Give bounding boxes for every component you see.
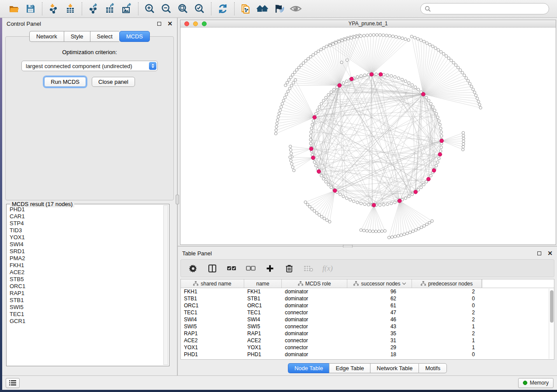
tab-style[interactable]: Style [64, 31, 90, 42]
ring-node[interactable] [439, 123, 441, 126]
leaf-node[interactable] [312, 54, 315, 56]
leaf-node[interactable] [311, 207, 313, 210]
hub-node[interactable] [309, 147, 313, 151]
leaf-node[interactable] [379, 34, 381, 36]
leaf-node[interactable] [325, 45, 328, 48]
ring-node[interactable] [429, 174, 432, 177]
hub-node[interactable] [317, 169, 321, 173]
hub-node[interactable] [313, 115, 317, 119]
leaf-node[interactable] [363, 34, 365, 37]
show-all-button[interactable] [289, 2, 303, 16]
hub-node[interactable] [372, 203, 376, 207]
leaf-node[interactable] [315, 212, 318, 214]
hub-node[interactable] [398, 199, 402, 203]
ring-node[interactable] [349, 199, 351, 201]
leaf-node[interactable] [407, 39, 410, 41]
hub-node[interactable] [440, 139, 444, 143]
leaf-node[interactable] [398, 36, 401, 39]
leaf-node[interactable] [356, 35, 359, 38]
hub-node[interactable] [338, 83, 342, 87]
leaf-node[interactable] [366, 34, 368, 37]
leaf-node[interactable] [329, 44, 332, 47]
leaf-node[interactable] [462, 134, 465, 137]
ring-node[interactable] [363, 74, 366, 76]
leaf-node[interactable] [381, 230, 383, 232]
leaf-node[interactable] [293, 71, 296, 74]
leaf-node[interactable] [313, 210, 315, 212]
result-node-item[interactable]: TEC1 [8, 311, 163, 318]
ring-node[interactable] [386, 203, 389, 206]
ring-node[interactable] [394, 76, 396, 78]
ring-node[interactable] [404, 80, 407, 83]
table-row[interactable]: PHD1PHD1dominator180 [181, 351, 554, 358]
leaf-node[interactable] [279, 109, 281, 111]
leaf-node[interactable] [282, 99, 285, 102]
ring-node[interactable] [320, 102, 323, 105]
leaf-node[interactable] [308, 205, 311, 208]
leaf-node[interactable] [275, 129, 277, 131]
close-panel-icon[interactable]: ✕ [167, 21, 173, 27]
leaf-node[interactable] [287, 90, 289, 93]
ring-node[interactable] [438, 157, 440, 160]
ring-node[interactable] [342, 82, 345, 84]
leaf-node[interactable] [478, 103, 481, 106]
leaf-node[interactable] [275, 125, 278, 128]
ring-node[interactable] [356, 201, 359, 204]
leaf-node[interactable] [340, 61, 343, 64]
table-settings-button[interactable] [188, 263, 198, 274]
hub-node[interactable] [379, 72, 383, 76]
ring-node[interactable] [327, 93, 330, 96]
leaf-node[interactable] [346, 59, 348, 62]
leaf-node[interactable] [277, 115, 280, 118]
leaf-node[interactable] [290, 152, 292, 155]
zoom-selected-button[interactable] [193, 2, 207, 16]
leaf-node[interactable] [462, 140, 465, 142]
ring-node[interactable] [330, 186, 332, 189]
leaf-node[interactable] [474, 94, 477, 96]
optimization-criterion-select[interactable]: largest connected component (undirected) [21, 61, 158, 71]
ring-node[interactable] [356, 76, 359, 78]
tab-mcds[interactable]: MCDS [119, 31, 150, 42]
leaf-node[interactable] [401, 37, 404, 39]
search-box[interactable] [420, 3, 549, 14]
leaf-node[interactable] [298, 66, 300, 69]
ring-node[interactable] [310, 127, 313, 130]
ring-node[interactable] [408, 82, 410, 84]
leaf-node[interactable] [397, 234, 399, 237]
table-scrollbar[interactable] [549, 289, 554, 359]
result-node-item[interactable]: YOX1 [8, 234, 163, 241]
ring-node[interactable] [382, 203, 385, 206]
close-panel-button[interactable]: Close panel [92, 77, 135, 87]
column-header-shared-name[interactable]: shared name [181, 279, 244, 288]
leaf-node[interactable] [307, 58, 309, 60]
result-node-item[interactable]: PMA2 [8, 255, 163, 262]
leaf-node[interactable] [434, 47, 437, 49]
leaf-node[interactable] [320, 48, 322, 51]
leaf-node[interactable] [416, 38, 419, 40]
leaf-node[interactable] [280, 106, 282, 108]
leaf-node[interactable] [417, 227, 420, 230]
ring-node[interactable] [394, 201, 396, 204]
leaf-node[interactable] [295, 69, 298, 71]
leaf-node[interactable] [442, 52, 445, 55]
leaf-node[interactable] [429, 43, 431, 46]
table-scrollbar-thumb[interactable] [550, 290, 554, 323]
leaf-node[interactable] [445, 55, 447, 57]
leaf-node[interactable] [289, 145, 291, 148]
ring-node[interactable] [322, 99, 325, 102]
leaf-node[interactable] [431, 220, 433, 222]
leaf-node[interactable] [426, 42, 428, 45]
table-row[interactable]: TEC1TEC1connector472 [181, 309, 554, 316]
ring-node[interactable] [414, 86, 416, 89]
leaf-node[interactable] [323, 217, 325, 220]
leaf-node[interactable] [391, 35, 394, 38]
leaf-node[interactable] [288, 87, 291, 90]
leaf-node[interactable] [479, 107, 482, 109]
ring-node[interactable] [438, 120, 440, 122]
leaf-node[interactable] [284, 84, 287, 86]
table-row[interactable]: ORC1ORC1dominator610 [181, 302, 554, 309]
select-all-button[interactable] [226, 263, 237, 274]
leaf-node[interactable] [467, 79, 469, 82]
leaf-node[interactable] [294, 79, 297, 81]
leaf-node[interactable] [304, 59, 307, 62]
